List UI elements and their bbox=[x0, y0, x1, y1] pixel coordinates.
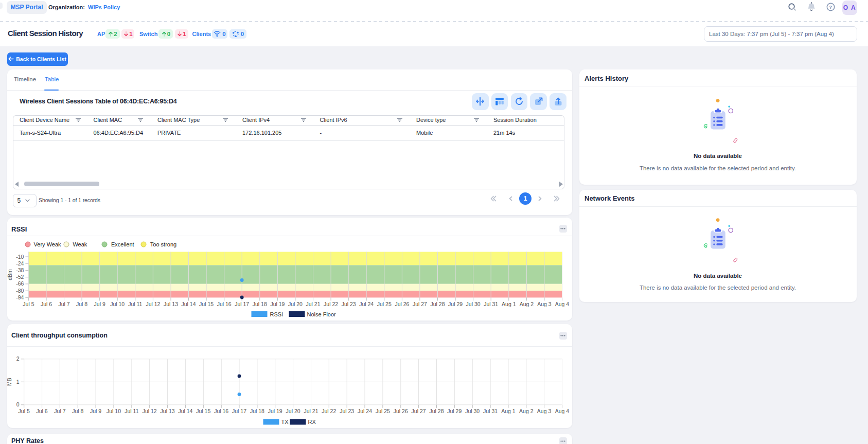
svg-text:Jul 30: Jul 30 bbox=[465, 408, 480, 414]
svg-text:Jul 30: Jul 30 bbox=[466, 301, 480, 307]
svg-text:Jul 22: Jul 22 bbox=[324, 301, 338, 307]
svg-text:Jul 14: Jul 14 bbox=[178, 408, 192, 414]
svg-text:Aug 3: Aug 3 bbox=[537, 301, 552, 307]
svg-text:dBm: dBm bbox=[7, 269, 13, 280]
svg-text:Jul 14: Jul 14 bbox=[181, 301, 196, 307]
svg-text:Jul 15: Jul 15 bbox=[199, 301, 214, 307]
svg-text:Jul 9: Jul 9 bbox=[90, 408, 101, 414]
svg-text:Jul 11: Jul 11 bbox=[125, 408, 138, 414]
svg-text:RSSI: RSSI bbox=[270, 311, 283, 317]
svg-text:Aug 3: Aug 3 bbox=[537, 408, 551, 414]
svg-text:Jul 5: Jul 5 bbox=[23, 301, 34, 307]
svg-text:Jul 26: Jul 26 bbox=[395, 301, 409, 307]
svg-text:Jul 16: Jul 16 bbox=[217, 301, 231, 307]
svg-text:Jul 20: Jul 20 bbox=[288, 301, 302, 307]
svg-text:Aug 2: Aug 2 bbox=[519, 408, 534, 414]
svg-text:Jul 6: Jul 6 bbox=[40, 301, 51, 307]
svg-text:Jul 7: Jul 7 bbox=[58, 301, 69, 307]
svg-text:Jul 15: Jul 15 bbox=[196, 408, 210, 414]
svg-text:Jul 26: Jul 26 bbox=[393, 408, 408, 414]
svg-text:Jul 16: Jul 16 bbox=[214, 408, 228, 414]
svg-text:Jul 12: Jul 12 bbox=[142, 408, 156, 414]
svg-text:Aug 2: Aug 2 bbox=[519, 301, 534, 307]
svg-text:Jul 23: Jul 23 bbox=[341, 301, 356, 307]
svg-text:Jul 8: Jul 8 bbox=[72, 408, 83, 414]
svg-text:Jul 24: Jul 24 bbox=[357, 408, 371, 414]
svg-text:Jul 18: Jul 18 bbox=[252, 301, 267, 307]
svg-text:Jul 28: Jul 28 bbox=[430, 301, 445, 307]
svg-text:Jul 29: Jul 29 bbox=[448, 301, 463, 307]
svg-text:Jul 10: Jul 10 bbox=[110, 301, 125, 307]
svg-text:Jul 25: Jul 25 bbox=[377, 301, 391, 307]
svg-text:Jul 28: Jul 28 bbox=[429, 408, 444, 414]
svg-text:Jul 29: Jul 29 bbox=[447, 408, 462, 414]
svg-text:Jul 21: Jul 21 bbox=[304, 408, 318, 414]
svg-text:?: ? bbox=[829, 4, 832, 10]
svg-text:Aug 4: Aug 4 bbox=[555, 408, 569, 414]
svg-text:-52: -52 bbox=[16, 274, 24, 280]
svg-text:-66: -66 bbox=[16, 280, 24, 287]
svg-text:Jul 8: Jul 8 bbox=[76, 301, 87, 307]
svg-text:Jul 22: Jul 22 bbox=[322, 408, 336, 414]
svg-text:Noise Floor: Noise Floor bbox=[307, 311, 336, 317]
svg-text:1: 1 bbox=[16, 379, 19, 385]
svg-text:-80: -80 bbox=[16, 288, 24, 294]
svg-text:Jul 19: Jul 19 bbox=[268, 408, 282, 414]
svg-text:Jul 18: Jul 18 bbox=[250, 408, 264, 414]
svg-text:Jul 13: Jul 13 bbox=[160, 408, 174, 414]
svg-text:Jul 20: Jul 20 bbox=[286, 408, 300, 414]
svg-text:RX: RX bbox=[308, 419, 316, 425]
svg-text:Jul 19: Jul 19 bbox=[270, 301, 285, 307]
svg-text:2: 2 bbox=[16, 356, 19, 362]
svg-text:-10: -10 bbox=[16, 254, 24, 260]
svg-text:Jul 24: Jul 24 bbox=[359, 301, 374, 307]
svg-text:Jul 12: Jul 12 bbox=[146, 301, 160, 307]
svg-text:Jul 17: Jul 17 bbox=[232, 408, 246, 414]
svg-text:Jul 27: Jul 27 bbox=[411, 408, 426, 414]
svg-text:-38: -38 bbox=[16, 267, 24, 273]
svg-text:Jul 5: Jul 5 bbox=[18, 408, 29, 414]
svg-text:Jul 27: Jul 27 bbox=[412, 301, 427, 307]
svg-text:Jul 11: Jul 11 bbox=[128, 301, 142, 307]
svg-text:Jul 23: Jul 23 bbox=[340, 408, 354, 414]
svg-text:TX: TX bbox=[281, 419, 289, 425]
svg-text:Jul 21: Jul 21 bbox=[306, 301, 320, 307]
svg-text:Jul 31: Jul 31 bbox=[483, 408, 498, 414]
svg-text:Aug 1: Aug 1 bbox=[502, 301, 516, 307]
svg-text:Jul 7: Jul 7 bbox=[54, 408, 65, 414]
svg-text:-24: -24 bbox=[16, 260, 24, 267]
svg-text:Jul 13: Jul 13 bbox=[163, 301, 178, 307]
svg-text:Jul 10: Jul 10 bbox=[106, 408, 120, 414]
svg-text:MB: MB bbox=[7, 378, 12, 386]
svg-text:Jul 31: Jul 31 bbox=[484, 301, 498, 307]
svg-text:Jul 9: Jul 9 bbox=[94, 301, 105, 307]
svg-text:Jul 25: Jul 25 bbox=[375, 408, 389, 414]
svg-text:Jul 17: Jul 17 bbox=[235, 301, 249, 307]
svg-text:Aug 1: Aug 1 bbox=[501, 408, 516, 414]
svg-text:Jul 6: Jul 6 bbox=[36, 408, 47, 414]
svg-text:-94: -94 bbox=[16, 294, 24, 300]
svg-text:Aug 4: Aug 4 bbox=[555, 301, 569, 307]
svg-text:0: 0 bbox=[16, 401, 19, 407]
